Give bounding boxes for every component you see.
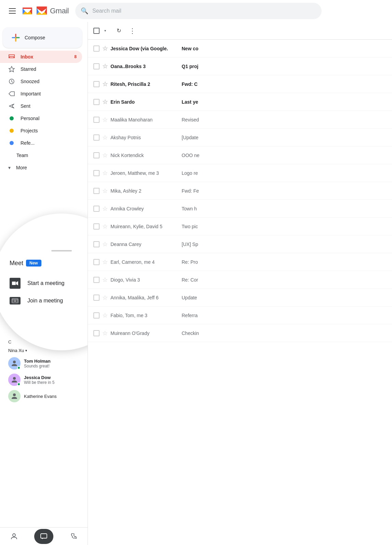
email-row[interactable]: ☆ Muireann O'Grady Checkin xyxy=(88,324,392,342)
email-checkbox[interactable] xyxy=(93,295,100,301)
logo-area: Gmail xyxy=(21,4,75,18)
email-sender: Fabio, Tom, me 3 xyxy=(110,313,179,318)
sidebar-item-starred[interactable]: Starred xyxy=(0,63,82,75)
phone-nav-button[interactable] xyxy=(66,529,81,544)
star-button[interactable]: ☆ xyxy=(102,116,108,124)
email-row[interactable]: ☆ Jessica Dow (via Google. New co xyxy=(88,40,392,57)
email-row[interactable]: ☆ Erin Sardo Last ye xyxy=(88,93,392,111)
clock-icon xyxy=(8,78,15,85)
star-button[interactable]: ☆ xyxy=(102,276,108,284)
email-row[interactable]: ☆ Mika, Ashley 2 Fwd: Fe xyxy=(88,182,392,200)
email-row[interactable]: ☆ Annika Crowley Town h xyxy=(88,200,392,218)
sidebar-item-personal[interactable]: Personal xyxy=(0,112,82,125)
email-checkbox[interactable] xyxy=(93,188,100,194)
star-button[interactable]: ☆ xyxy=(102,63,108,70)
start-meeting-button[interactable]: Start a meeting xyxy=(10,274,88,293)
star-button[interactable]: ☆ xyxy=(102,205,108,212)
email-checkbox[interactable] xyxy=(93,81,100,87)
star-icon xyxy=(8,66,15,73)
chat-user-jessica[interactable]: Jessica Dow Will be there in 5 xyxy=(3,372,85,388)
email-row[interactable]: ☆ Diogo, Vivia 3 Re: Cor xyxy=(88,271,392,289)
more-button[interactable]: ▾ More xyxy=(0,161,88,174)
star-button[interactable]: ☆ xyxy=(102,152,108,159)
refresh-button[interactable]: ↻ xyxy=(113,25,124,36)
email-row[interactable]: ☆ Annika, Maalika, Jeff 6 Update xyxy=(88,289,392,307)
email-checkbox[interactable] xyxy=(93,46,100,52)
email-checkbox[interactable] xyxy=(93,206,100,212)
star-button[interactable]: ☆ xyxy=(102,223,108,230)
svg-point-17 xyxy=(10,141,14,145)
nina-xu-name: Nina Xu xyxy=(8,348,24,353)
search-bar[interactable]: 🔍 Search mail xyxy=(75,3,322,19)
people-nav-button[interactable] xyxy=(6,529,22,544)
star-button[interactable]: ☆ xyxy=(102,187,108,195)
email-row[interactable]: ☆ Earl, Cameron, me 4 Re: Pro xyxy=(88,253,392,271)
star-button[interactable]: ☆ xyxy=(102,80,108,88)
star-button[interactable]: ☆ xyxy=(102,258,108,266)
email-checkbox[interactable] xyxy=(93,152,100,158)
select-dropdown-button[interactable]: ▾ xyxy=(102,28,108,34)
email-list: ▾ ↻ ⋮ ☆ Jessica Dow (via Google. New co … xyxy=(88,22,392,545)
projects-label-icon xyxy=(8,127,15,134)
chat-nav-button[interactable] xyxy=(34,529,53,544)
email-toolbar: ▾ ↻ ⋮ xyxy=(88,22,392,40)
email-row[interactable]: ☆ Ritesh, Priscilla 2 Fwd: C xyxy=(88,75,392,93)
svg-rect-22 xyxy=(14,299,15,300)
email-snippet: [UX] Sp xyxy=(182,242,387,247)
email-checkbox[interactable] xyxy=(93,259,100,265)
email-checkbox[interactable] xyxy=(93,134,100,141)
sidebar-item-reference[interactable]: Refe... xyxy=(0,137,82,149)
sent-icon xyxy=(8,103,15,109)
sidebar-item-projects[interactable]: Projects xyxy=(0,125,82,137)
email-sender: Diogo, Vivia 3 xyxy=(110,277,179,283)
star-button[interactable]: ☆ xyxy=(102,134,108,141)
main-layout: Compose Inbox 8 Starred Snoozed xyxy=(0,22,392,545)
join-meeting-button[interactable]: Join a meeting xyxy=(10,293,88,309)
chat-user-tom[interactable]: Tom Holman Sounds great! xyxy=(3,355,85,372)
email-checkbox[interactable] xyxy=(93,117,100,123)
email-row[interactable]: ☆ Deanna Carey [UX] Sp xyxy=(88,235,392,253)
star-button[interactable]: ☆ xyxy=(102,169,108,177)
star-button[interactable]: ☆ xyxy=(102,45,108,52)
email-sender: Oana..Brooks 3 xyxy=(110,64,179,69)
person-icon xyxy=(10,532,18,541)
email-checkbox[interactable] xyxy=(93,99,100,105)
email-snippet: Re: Cor xyxy=(182,277,387,283)
email-checkbox[interactable] xyxy=(93,63,100,69)
email-row[interactable]: ☆ Akshay Potnis [Update xyxy=(88,129,392,146)
star-button[interactable]: ☆ xyxy=(102,98,108,106)
email-row[interactable]: ☆ Nick Kortendick OOO ne xyxy=(88,146,392,164)
email-checkbox[interactable] xyxy=(93,170,100,176)
chat-user-katherine[interactable]: Katherine Evans xyxy=(3,388,85,404)
meet-overlay-content: Meet New Start a meeting xyxy=(0,251,88,317)
email-row[interactable]: ☆ Jeroen, Matthew, me 3 Logo re xyxy=(88,164,392,182)
reference-label: Refe... xyxy=(21,140,35,146)
svg-rect-6 xyxy=(23,8,32,9)
sidebar-item-sent[interactable]: Sent xyxy=(0,100,82,112)
email-checkbox[interactable] xyxy=(93,277,100,283)
email-checkbox[interactable] xyxy=(93,330,100,336)
email-snippet: Revised xyxy=(182,117,387,122)
email-row[interactable]: ☆ Fabio, Tom, me 3 Referra xyxy=(88,307,392,324)
star-button[interactable]: ☆ xyxy=(102,294,108,301)
katherine-avatar-wrap xyxy=(8,390,21,402)
sidebar-item-inbox[interactable]: Inbox 8 xyxy=(0,51,82,63)
sidebar-item-snoozed[interactable]: Snoozed xyxy=(0,75,82,88)
star-button[interactable]: ☆ xyxy=(102,241,108,248)
email-row[interactable]: ☆ Muireann, Kylie, David 5 Two pic xyxy=(88,218,392,235)
tom-msg: Sounds great! xyxy=(24,364,79,368)
email-row[interactable]: ☆ Oana..Brooks 3 Q1 proj xyxy=(88,57,392,75)
compose-button[interactable]: Compose xyxy=(3,27,82,48)
email-checkbox[interactable] xyxy=(93,241,100,247)
more-options-button[interactable]: ⋮ xyxy=(127,25,138,36)
email-checkbox[interactable] xyxy=(93,223,100,230)
select-all-checkbox[interactable] xyxy=(93,28,100,34)
email-checkbox[interactable] xyxy=(93,312,100,319)
sidebar-item-team[interactable]: Team xyxy=(0,149,82,161)
star-button[interactable]: ☆ xyxy=(102,312,108,319)
email-row[interactable]: ☆ Maalika Manoharan Revised xyxy=(88,111,392,129)
star-button[interactable]: ☆ xyxy=(102,329,108,337)
sidebar-item-important[interactable]: Important xyxy=(0,88,82,100)
jessica-avatar-wrap xyxy=(8,374,21,386)
menu-button[interactable] xyxy=(5,4,19,18)
